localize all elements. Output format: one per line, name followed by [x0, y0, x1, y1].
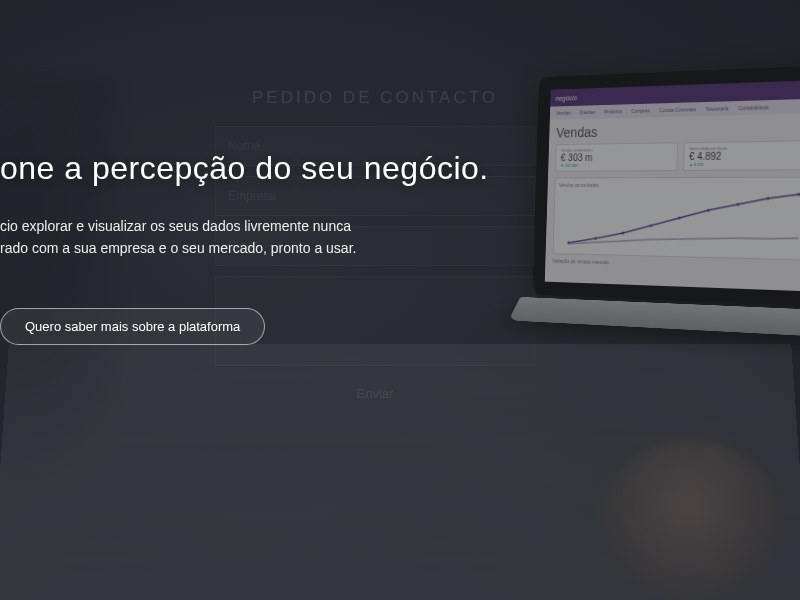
hero-subtitle: cio explorar e visualizar os seus dados … [0, 215, 540, 260]
hero-subtitle-bold: cio [0, 218, 18, 234]
cta-button[interactable]: Quero saber mais sobre a plataforma [0, 308, 265, 345]
form-title: PEDIDO DE CONTACTO [215, 88, 535, 108]
hero-subtitle-line1: explorar e visualizar os seus dados livr… [18, 218, 351, 234]
hero-subtitle-line2: rado com a sua empresa e o seu mercado, … [0, 240, 356, 256]
hero-title: one a percepção do seu negócio. [0, 150, 540, 187]
submit-button[interactable]: Enviar [215, 376, 535, 411]
hero-section: one a percepção do seu negócio. cio expl… [0, 150, 540, 345]
